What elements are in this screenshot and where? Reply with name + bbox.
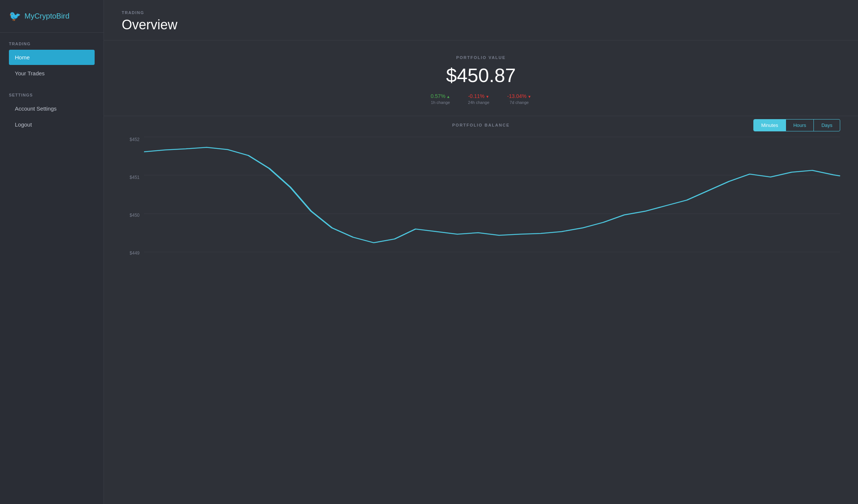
change-24h-arrow	[485, 93, 489, 99]
change-24h: -0.11% 24h change	[468, 93, 489, 105]
chart-title: PORTFOLIO BALANCE	[452, 123, 510, 127]
account-settings-label: Account Settings	[15, 105, 57, 112]
header-sub-label: TRADING	[122, 10, 840, 15]
sidebar: 🐦 MyCryptoBird TRADING Home Your Trades …	[0, 0, 104, 504]
chart-svg	[144, 133, 840, 259]
tab-days[interactable]: Days	[814, 120, 840, 131]
scrollable-content: PORTFOLIO VALUE $450.87 0.57% 1h change …	[104, 40, 858, 504]
chart-wrapper: $452 $451 $450 $449	[122, 133, 840, 259]
change-1h-sub: 1h change	[431, 100, 450, 105]
portfolio-value-section: PORTFOLIO VALUE $450.87 0.57% 1h change …	[104, 40, 858, 116]
y-label-452: $452	[130, 137, 140, 142]
change-1h-arrow	[446, 93, 450, 99]
change-1h-value: 0.57%	[430, 93, 450, 99]
change-1h-text: 0.57%	[430, 93, 445, 99]
sidebar-item-home[interactable]: Home	[9, 50, 95, 65]
y-label-451: $451	[130, 175, 140, 180]
y-label-450: $450	[130, 213, 140, 218]
portfolio-amount: $450.87	[446, 64, 516, 86]
main-header: TRADING Overview	[104, 0, 858, 40]
tab-hours[interactable]: Hours	[786, 120, 814, 131]
sidebar-item-home-label: Home	[15, 54, 30, 60]
logo-brand: CryptoBird	[35, 12, 69, 20]
change-7d: -13.04% 7d change	[507, 93, 531, 105]
chart-section: PORTFOLIO BALANCE Minutes Hours Days $45…	[104, 116, 858, 274]
logout-label: Logout	[15, 121, 32, 128]
tab-minutes[interactable]: Minutes	[754, 120, 786, 131]
change-7d-text: -13.04%	[507, 93, 527, 99]
trading-section: TRADING Home Your Trades	[0, 33, 104, 84]
change-24h-value: -0.11%	[468, 93, 489, 99]
logo-text: MyCryptoBird	[24, 12, 69, 20]
trading-nav: Home Your Trades	[9, 50, 95, 81]
change-7d-sub: 7d change	[510, 100, 528, 105]
main-content-area: TRADING Overview PORTFOLIO VALUE $450.87…	[104, 0, 858, 504]
sidebar-item-account-settings[interactable]: Account Settings	[9, 101, 95, 116]
logo-my: My	[24, 12, 35, 20]
change-24h-text: -0.11%	[468, 93, 484, 99]
settings-section-label: SETTINGS	[9, 93, 95, 97]
change-7d-value: -13.04%	[507, 93, 531, 99]
portfolio-changes: 0.57% 1h change -0.11% 24h change	[430, 93, 531, 105]
change-1h: 0.57% 1h change	[430, 93, 450, 105]
page-title: Overview	[122, 17, 840, 33]
settings-nav: Account Settings Logout	[9, 101, 95, 132]
chart-area	[144, 133, 840, 259]
sidebar-item-your-trades[interactable]: Your Trades	[9, 66, 95, 81]
portfolio-label: PORTFOLIO VALUE	[456, 55, 506, 60]
sidebar-item-trades-label: Your Trades	[15, 70, 45, 76]
settings-section: SETTINGS Account Settings Logout	[0, 84, 104, 135]
chart-y-axis: $452 $451 $450 $449	[122, 133, 144, 259]
change-7d-arrow	[528, 93, 531, 99]
bird-icon: 🐦	[9, 10, 21, 22]
trading-section-label: TRADING	[9, 42, 95, 46]
chart-tabs: Minutes Hours Days	[753, 119, 840, 131]
logo-area: 🐦 MyCryptoBird	[0, 0, 104, 33]
y-label-449: $449	[130, 251, 140, 256]
sidebar-item-logout[interactable]: Logout	[9, 117, 95, 132]
chart-header: PORTFOLIO BALANCE Minutes Hours Days	[122, 116, 840, 133]
change-24h-sub: 24h change	[468, 100, 489, 105]
